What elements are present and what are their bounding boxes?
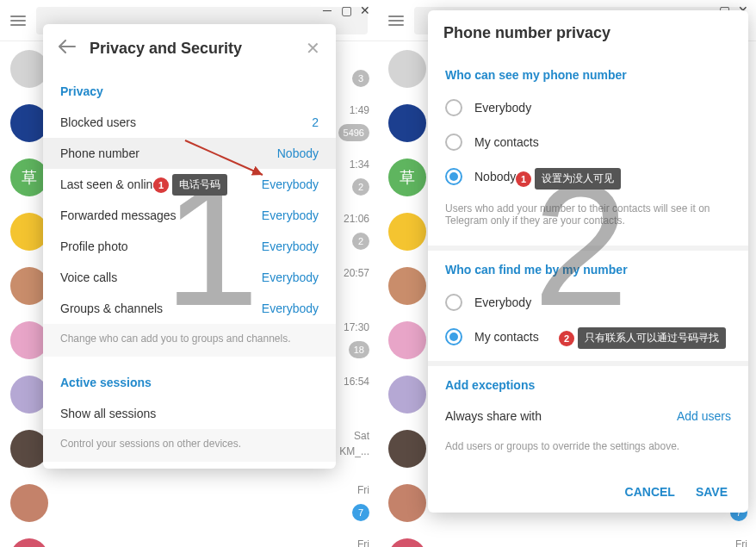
annotation-label: 设置为没人可见 [535,168,621,190]
section-who-find-label: Who can find me by my number [428,258,748,285]
cancel-button[interactable]: CANCEL [625,485,675,499]
row-voice-calls[interactable]: Voice calls Everybody [43,262,336,293]
avatar: 草 [388,159,426,196]
row-label: Blocked users [60,115,136,129]
chat-time: Fri [357,538,369,547]
chat-row[interactable]: Fri7 [0,476,378,530]
option-label: Everybody [474,295,531,309]
avatar [388,376,426,413]
unread-badge: 2 [352,233,369,250]
section-sessions-label: Active sessions [43,370,336,398]
avatar [388,430,426,468]
modal-title: Phone number privacy [443,24,733,42]
row-label: Phone number [60,146,139,160]
row-value: Nobody [277,146,319,160]
radio-icon [445,328,462,345]
chat-time: Sat [354,430,369,442]
annotation-tag-3: 2 只有联系人可以通过号码寻找 [559,327,726,349]
option-label: Everybody [474,101,531,115]
privacy-security-modal: Privacy and Security ✕ Privacy Blocked u… [43,24,336,469]
section-who-see-label: Who can see my phone number [428,63,748,90]
radio-find-everybody[interactable]: Everybody [428,285,748,320]
phone-privacy-modal: Phone number privacy Who can see my phon… [428,10,748,513]
chat-time: 1:34 [350,159,369,171]
unread-badge: 5496 [338,124,369,141]
help-text: Change who can add you to groups and cha… [43,324,336,357]
row-label: Groups & channels [60,301,163,315]
maximize-icon[interactable]: ▢ [338,3,354,17]
modal-title: Privacy and Security [90,40,292,58]
unread-badge: 2 [352,178,369,196]
menu-icon[interactable] [10,16,26,26]
avatar [388,484,426,522]
avatar [388,267,426,305]
option-label: My contacts [474,330,539,344]
avatar [10,538,48,548]
avatar [388,321,426,359]
chat-time: Fri [735,538,747,547]
row-label: Forwarded messages [60,208,177,222]
annotation-label: 电话号码 [172,174,227,196]
avatar [388,50,426,88]
close-icon[interactable]: ✕ [357,3,373,17]
option-label: Nobody [474,170,516,183]
save-button[interactable]: SAVE [696,485,728,499]
row-forwarded[interactable]: Forwarded messages Everybody [43,200,336,231]
radio-icon [445,99,462,116]
chat-time: Fri [357,484,369,496]
radio-everybody[interactable]: Everybody [428,90,748,125]
radio-icon [445,134,462,151]
row-value: Everybody [262,239,319,253]
row-blocked-users[interactable]: Blocked users 2 [43,107,336,138]
row-label: Voice calls [60,270,117,284]
row-always-share[interactable]: Always share with Add users [428,401,748,432]
radio-my-contacts[interactable]: My contacts [428,125,748,159]
add-users-link[interactable]: Add users [677,409,731,423]
avatar [388,538,426,548]
minimize-icon[interactable]: ─ [319,3,335,17]
row-value: Everybody [262,177,319,191]
annotation-number: 1 [153,177,169,193]
avatar [10,484,48,522]
help-text: Control your sessions on other devices. [43,429,336,462]
row-show-sessions[interactable]: Show all sessions [43,398,336,429]
unread-badge: 3 [352,70,369,87]
section-privacy-label: Privacy [43,79,336,107]
section-exceptions-label: Add exceptions [428,373,748,401]
chat-time: 1:49 [350,104,369,116]
row-value: Everybody [262,301,319,315]
chat-row[interactable]: Fri [378,530,756,547]
annotation-tag-1: 1 电话号码 [153,174,227,196]
row-groups-channels[interactable]: Groups & channels Everybody [43,293,336,324]
row-label: Always share with [445,409,542,423]
chat-time: 16:54 [344,376,369,388]
annotation-number: 1 [516,171,531,187]
option-label: My contacts [474,135,539,149]
row-label: Profile photo [60,239,128,253]
menu-icon[interactable] [388,16,404,26]
row-label: Show all sessions [60,407,156,420]
close-icon[interactable]: ✕ [306,38,320,59]
help-text: Add users or groups to override the sett… [428,432,748,464]
avatar [388,104,426,142]
window-controls: ─ ▢ ✕ [319,3,373,17]
radio-icon [445,294,462,311]
chat-time: 21:06 [344,213,369,225]
annotation-tag-2: 1 设置为没人可见 [516,168,621,190]
row-value: Everybody [262,270,319,284]
help-text: Users who add your number to their conta… [428,194,748,239]
avatar [388,213,426,251]
row-label: Last seen & online [60,177,159,191]
row-value: Everybody [262,208,319,222]
row-phone-number[interactable]: Phone number Nobody [43,138,336,169]
row-profile-photo[interactable]: Profile photo Everybody [43,231,336,262]
radio-icon [445,168,462,185]
chat-preview: KM_... [339,445,369,457]
chat-time: 17:30 [344,321,369,333]
chat-row[interactable]: Fri [0,530,378,547]
back-icon[interactable] [59,40,76,57]
unread-badge: 18 [349,341,369,358]
annotation-number: 2 [559,331,574,346]
unread-badge: 7 [352,504,369,521]
annotation-label: 只有联系人可以通过号码寻找 [578,327,726,349]
